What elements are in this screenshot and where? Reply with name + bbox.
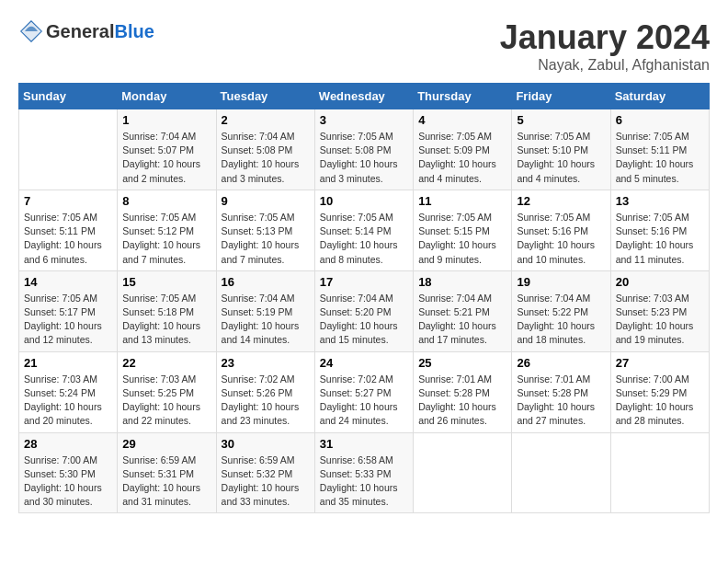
weekday-header-row: SundayMondayTuesdayWednesdayThursdayFrid…: [19, 84, 710, 109]
month-title: January 2024: [500, 18, 710, 57]
week-row-2: 7Sunrise: 7:05 AMSunset: 5:11 PMDaylight…: [19, 190, 710, 270]
calendar-cell: 2Sunrise: 7:04 AMSunset: 5:08 PMDaylight…: [216, 109, 314, 190]
day-info: Sunrise: 7:00 AMSunset: 5:30 PMDaylight:…: [24, 454, 112, 510]
calendar-cell: 25Sunrise: 7:01 AMSunset: 5:28 PMDayligh…: [414, 351, 512, 432]
calendar-cell: 31Sunrise: 6:58 AMSunset: 5:33 PMDayligh…: [314, 432, 413, 513]
day-number: 9: [222, 194, 310, 208]
week-row-3: 14Sunrise: 7:05 AMSunset: 5:17 PMDayligh…: [19, 270, 710, 351]
day-number: 10: [320, 194, 408, 208]
calendar-cell: 24Sunrise: 7:02 AMSunset: 5:27 PMDayligh…: [314, 351, 413, 432]
day-number: 3: [320, 113, 408, 127]
day-number: 29: [122, 437, 210, 451]
day-info: Sunrise: 7:02 AMSunset: 5:26 PMDaylight:…: [222, 373, 310, 429]
day-info: Sunrise: 7:04 AMSunset: 5:07 PMDaylight:…: [122, 130, 210, 186]
day-number: 22: [122, 356, 210, 370]
day-info: Sunrise: 7:04 AMSunset: 5:20 PMDaylight:…: [320, 292, 408, 348]
day-number: 16: [222, 275, 310, 289]
weekday-thursday: Thursday: [414, 84, 512, 109]
calendar-cell: 18Sunrise: 7:04 AMSunset: 5:21 PMDayligh…: [414, 270, 512, 351]
week-row-4: 21Sunrise: 7:03 AMSunset: 5:24 PMDayligh…: [19, 351, 710, 432]
day-info: Sunrise: 7:05 AMSunset: 5:13 PMDaylight:…: [222, 211, 310, 267]
calendar-cell: 30Sunrise: 6:59 AMSunset: 5:32 PMDayligh…: [216, 432, 314, 513]
day-number: 23: [222, 356, 310, 370]
day-info: Sunrise: 7:05 AMSunset: 5:14 PMDaylight:…: [320, 211, 408, 267]
calendar-cell: 27Sunrise: 7:00 AMSunset: 5:29 PMDayligh…: [610, 351, 709, 432]
calendar-cell: 5Sunrise: 7:05 AMSunset: 5:10 PMDaylight…: [512, 109, 610, 190]
day-info: Sunrise: 7:05 AMSunset: 5:08 PMDaylight:…: [320, 130, 408, 186]
calendar-cell: [414, 432, 512, 513]
calendar-cell: 19Sunrise: 7:04 AMSunset: 5:22 PMDayligh…: [512, 270, 610, 351]
day-info: Sunrise: 7:01 AMSunset: 5:28 PMDaylight:…: [418, 373, 506, 429]
day-number: 27: [616, 356, 704, 370]
logo: GeneralBlue: [18, 18, 154, 44]
day-info: Sunrise: 7:04 AMSunset: 5:21 PMDaylight:…: [418, 292, 506, 348]
calendar-cell: 8Sunrise: 7:05 AMSunset: 5:12 PMDaylight…: [118, 190, 216, 270]
day-info: Sunrise: 7:03 AMSunset: 5:23 PMDaylight:…: [616, 292, 704, 348]
calendar-table: SundayMondayTuesdayWednesdayThursdayFrid…: [18, 83, 710, 513]
logo-icon: [18, 18, 44, 44]
page-header: GeneralBlue January 2024 Nayak, Zabul, A…: [18, 18, 710, 74]
calendar-cell: 28Sunrise: 7:00 AMSunset: 5:30 PMDayligh…: [19, 432, 118, 513]
calendar-cell: 15Sunrise: 7:05 AMSunset: 5:18 PMDayligh…: [118, 270, 216, 351]
day-info: Sunrise: 6:59 AMSunset: 5:32 PMDaylight:…: [222, 454, 310, 510]
day-number: 31: [320, 437, 408, 451]
calendar-cell: [512, 432, 610, 513]
day-info: Sunrise: 7:00 AMSunset: 5:29 PMDaylight:…: [616, 373, 704, 429]
weekday-sunday: Sunday: [19, 84, 118, 109]
week-row-1: 1Sunrise: 7:04 AMSunset: 5:07 PMDaylight…: [19, 109, 710, 190]
calendar-cell: 11Sunrise: 7:05 AMSunset: 5:15 PMDayligh…: [414, 190, 512, 270]
calendar-cell: 3Sunrise: 7:05 AMSunset: 5:08 PMDaylight…: [314, 109, 413, 190]
calendar-cell: 16Sunrise: 7:04 AMSunset: 5:19 PMDayligh…: [216, 270, 314, 351]
calendar-cell: 17Sunrise: 7:04 AMSunset: 5:20 PMDayligh…: [314, 270, 413, 351]
weekday-monday: Monday: [118, 84, 216, 109]
day-number: 7: [24, 194, 112, 208]
day-number: 14: [24, 275, 112, 289]
calendar-cell: 23Sunrise: 7:02 AMSunset: 5:26 PMDayligh…: [216, 351, 314, 432]
day-info: Sunrise: 7:02 AMSunset: 5:27 PMDaylight:…: [320, 373, 408, 429]
day-number: 28: [24, 437, 112, 451]
day-number: 4: [418, 113, 506, 127]
day-number: 24: [320, 356, 408, 370]
day-info: Sunrise: 6:58 AMSunset: 5:33 PMDaylight:…: [320, 454, 408, 510]
day-number: 11: [418, 194, 506, 208]
day-number: 1: [122, 113, 210, 127]
day-info: Sunrise: 7:01 AMSunset: 5:28 PMDaylight:…: [517, 373, 605, 429]
day-number: 21: [24, 356, 112, 370]
day-number: 6: [616, 113, 704, 127]
day-number: 15: [122, 275, 210, 289]
day-info: Sunrise: 7:05 AMSunset: 5:18 PMDaylight:…: [122, 292, 210, 348]
day-info: Sunrise: 7:05 AMSunset: 5:11 PMDaylight:…: [616, 130, 704, 186]
day-info: Sunrise: 7:05 AMSunset: 5:17 PMDaylight:…: [24, 292, 112, 348]
calendar-cell: 4Sunrise: 7:05 AMSunset: 5:09 PMDaylight…: [414, 109, 512, 190]
calendar-cell: [19, 109, 118, 190]
day-info: Sunrise: 7:03 AMSunset: 5:24 PMDaylight:…: [24, 373, 112, 429]
weekday-friday: Friday: [512, 84, 610, 109]
weekday-wednesday: Wednesday: [314, 84, 413, 109]
calendar-cell: 29Sunrise: 6:59 AMSunset: 5:31 PMDayligh…: [118, 432, 216, 513]
day-number: 13: [616, 194, 704, 208]
title-block: January 2024 Nayak, Zabul, Afghanistan: [500, 18, 710, 74]
day-info: Sunrise: 7:05 AMSunset: 5:10 PMDaylight:…: [517, 130, 605, 186]
location-title: Nayak, Zabul, Afghanistan: [500, 57, 710, 74]
day-number: 12: [517, 194, 605, 208]
day-info: Sunrise: 6:59 AMSunset: 5:31 PMDaylight:…: [122, 454, 210, 510]
calendar-cell: 12Sunrise: 7:05 AMSunset: 5:16 PMDayligh…: [512, 190, 610, 270]
week-row-5: 28Sunrise: 7:00 AMSunset: 5:30 PMDayligh…: [19, 432, 710, 513]
calendar-cell: 13Sunrise: 7:05 AMSunset: 5:16 PMDayligh…: [610, 190, 709, 270]
day-info: Sunrise: 7:05 AMSunset: 5:09 PMDaylight:…: [418, 130, 506, 186]
logo-text: GeneralBlue: [46, 21, 154, 41]
day-info: Sunrise: 7:05 AMSunset: 5:16 PMDaylight:…: [616, 211, 704, 267]
calendar-cell: 6Sunrise: 7:05 AMSunset: 5:11 PMDaylight…: [610, 109, 709, 190]
day-number: 2: [222, 113, 310, 127]
calendar-cell: 14Sunrise: 7:05 AMSunset: 5:17 PMDayligh…: [19, 270, 118, 351]
day-info: Sunrise: 7:04 AMSunset: 5:19 PMDaylight:…: [222, 292, 310, 348]
day-number: 30: [222, 437, 310, 451]
day-number: 18: [418, 275, 506, 289]
weekday-saturday: Saturday: [610, 84, 709, 109]
calendar-cell: 21Sunrise: 7:03 AMSunset: 5:24 PMDayligh…: [19, 351, 118, 432]
day-info: Sunrise: 7:05 AMSunset: 5:15 PMDaylight:…: [418, 211, 506, 267]
day-info: Sunrise: 7:04 AMSunset: 5:22 PMDaylight:…: [517, 292, 605, 348]
day-number: 25: [418, 356, 506, 370]
day-number: 8: [122, 194, 210, 208]
day-info: Sunrise: 7:03 AMSunset: 5:25 PMDaylight:…: [122, 373, 210, 429]
